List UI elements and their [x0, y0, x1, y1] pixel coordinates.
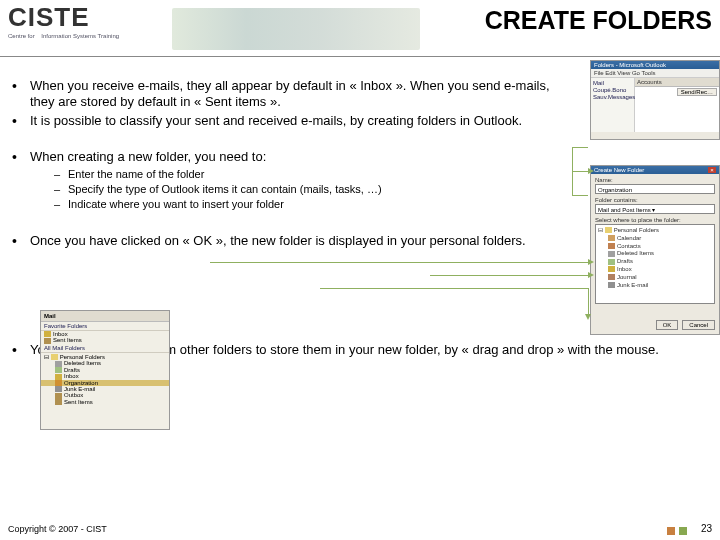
tree-item: Deleted Items	[64, 360, 101, 366]
bullet-dot: •	[12, 113, 30, 130]
where-label: Select where to place the folder:	[595, 217, 715, 223]
create-folder-dialog-thumbnail: Create New Folder× Name: Organization Fo…	[590, 165, 720, 335]
tree-item: Inbox	[64, 373, 79, 379]
bullet-3: When creating a new folder, you need to:	[30, 149, 708, 166]
slide-title: CREATE FOLDERS	[485, 6, 712, 35]
name-label: Name:	[595, 177, 715, 183]
dash: –	[54, 168, 68, 182]
bullet-dot: •	[12, 233, 30, 250]
logo-main: CISTE	[8, 2, 168, 33]
contains-select: Mail and Post Items ▾	[595, 204, 715, 214]
footer-square-icon	[679, 527, 687, 535]
outlook-nav-pane: Mail Coupé.Bono Sauv.Messages	[591, 78, 635, 132]
bullet-dot: •	[12, 149, 30, 166]
name-input: Organization	[595, 184, 715, 194]
all-mail-header: All Mail Folders	[41, 344, 169, 353]
mail-header: Mail	[41, 311, 169, 322]
logo: CISTE Centre for Information Systems Tra…	[8, 2, 168, 57]
outlook-section-header: Accounts	[635, 78, 719, 87]
mail-pane-thumbnail: Mail Favorite Folders Inbox Sent Items A…	[40, 310, 170, 430]
tree-item: Drafts	[64, 367, 80, 373]
sub-2: Specify the type of Outlook items it can…	[68, 183, 382, 197]
outlook-window-thumbnail: Folders - Microsoft Outlook File Edit Vi…	[590, 60, 720, 140]
outlook-titlebar: Folders - Microsoft Outlook	[591, 61, 719, 69]
nav-item: Sauv.Messages	[593, 94, 632, 100]
header: CISTE Centre for Information Systems Tra…	[0, 0, 720, 62]
favorite-folders-header: Favorite Folders	[41, 322, 169, 331]
fav-sent: Sent Items	[53, 337, 82, 343]
cancel-button: Cancel	[682, 320, 715, 330]
close-icon: ×	[708, 167, 716, 173]
dash: –	[54, 198, 68, 212]
ok-button: OK	[656, 320, 679, 330]
copyright: Copyright © 2007 - CIST	[8, 524, 107, 534]
sub-3: Indicate where you want to insert your f…	[68, 198, 284, 212]
dialog-title: Create New Folder	[594, 167, 644, 173]
folder-tree: ⊟ Personal Folders Calendar Contacts Del…	[595, 224, 715, 304]
banner-image	[172, 8, 420, 50]
bullet-dot: •	[12, 78, 30, 111]
footer-square-icon	[667, 527, 675, 535]
sub-1: Enter the name of the folder	[68, 168, 204, 182]
tree-item: Sent Items	[64, 399, 93, 405]
bullet-dot: •	[12, 342, 30, 359]
fav-inbox: Inbox	[53, 331, 68, 337]
tree-item: Junk E-mail	[64, 386, 95, 392]
logo-sub1: Centre for Information Systems Training	[8, 33, 168, 40]
dash: –	[54, 183, 68, 197]
send-receive-button: Send/Rec…	[677, 88, 717, 96]
nav-item: Coupé.Bono	[593, 87, 632, 93]
nav-mail: Mail	[593, 80, 632, 86]
tree-item-highlighted: Organization	[64, 380, 98, 386]
tree-item: Outbox	[64, 392, 83, 398]
page-number: 23	[701, 523, 712, 534]
outlook-menubar: File Edit View Go Tools	[591, 69, 719, 78]
personal-folders: Personal Folders	[60, 354, 105, 360]
contains-label: Folder contains:	[595, 197, 715, 203]
